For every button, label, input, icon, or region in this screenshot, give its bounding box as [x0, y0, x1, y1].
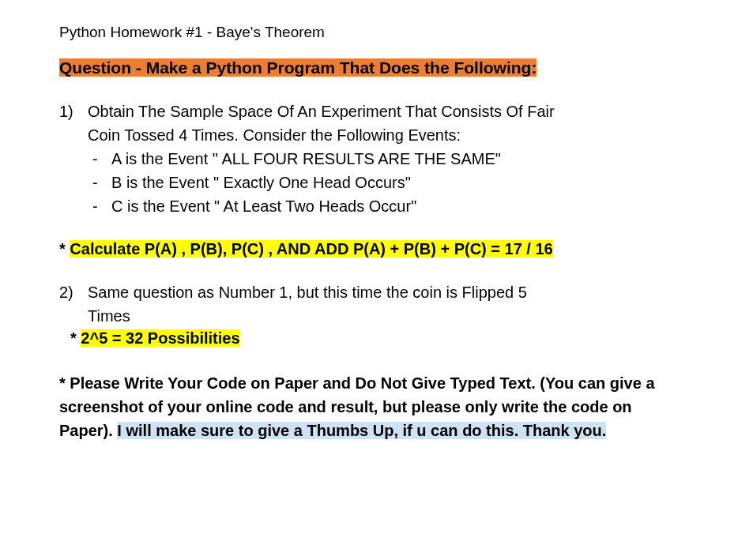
q1-number: 1) [59, 100, 88, 218]
calc-highlight: Calculate P(A) , P(B), P(C) , AND ADD P(… [70, 240, 552, 257]
event-text: B is the Event " Exactly One Head Occurs… [111, 171, 411, 194]
event-text: C is the Event " At Least Two Heads Occu… [111, 194, 416, 218]
instructions-thumbs-up: I will make sure to give a Thumbs Up, if… [117, 422, 606, 439]
poss-highlight: 2^5 = 32 Possibilities [81, 329, 239, 347]
question-heading: Question - Make a Python Program That Do… [59, 58, 537, 77]
q2-line1: Same question as Number 1, but this time… [88, 280, 679, 304]
possibilities-line: * 2^5 = 32 Possibilities [70, 329, 679, 348]
q2-line2: Times [88, 304, 679, 328]
q1-event-c: - C is the Event " At Least Two Heads Oc… [88, 194, 679, 218]
q1-item: 1) Obtain The Sample Space Of An Experim… [59, 100, 679, 218]
q1-event-b: - B is the Event " Exactly One Head Occu… [88, 171, 679, 194]
q1-body: Obtain The Sample Space Of An Experiment… [88, 100, 679, 218]
q1-intro-line1: Obtain The Sample Space Of An Experiment… [88, 100, 679, 123]
q2-number: 2) [59, 280, 88, 328]
q1-events-list: - A is the Event " ALL FOUR RESULTS ARE … [88, 147, 679, 218]
q2-item: 2) Same question as Number 1, but this t… [59, 280, 679, 328]
question-heading-block: Question - Make a Python Program That Do… [59, 58, 679, 77]
dash-bullet: - [88, 171, 111, 194]
dash-bullet: - [88, 147, 111, 171]
calculate-line: * Calculate P(A) , P(B), P(C) , AND ADD … [59, 240, 679, 258]
q1-intro-line2: Coin Tossed 4 Times. Consider the Follow… [88, 123, 679, 147]
instructions-block: * Please Write Your Code on Paper and Do… [59, 371, 679, 442]
poss-prefix: * [70, 329, 81, 347]
q2-body: Same question as Number 1, but this time… [88, 280, 679, 328]
document-title: Python Homework #1 - Baye's Theorem [59, 24, 679, 41]
dash-bullet: - [88, 194, 111, 218]
question-1: 1) Obtain The Sample Space Of An Experim… [59, 100, 679, 218]
calc-prefix: * [59, 240, 70, 257]
event-text: A is the Event " ALL FOUR RESULTS ARE TH… [111, 147, 501, 171]
question-2: 2) Same question as Number 1, but this t… [59, 280, 679, 328]
q1-event-a: - A is the Event " ALL FOUR RESULTS ARE … [88, 147, 679, 171]
